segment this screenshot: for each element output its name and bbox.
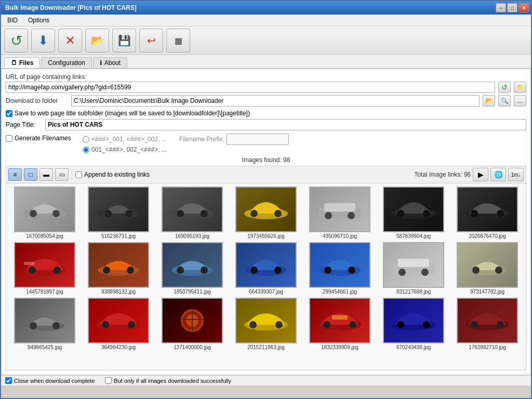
image-filename: 2015211863.jpg [247,344,285,350]
svg-point-17 [397,210,404,217]
append-checkbox-row: Append to existing links [75,171,150,178]
list-item[interactable]: 973147782.jpg [451,241,524,296]
page-title-input[interactable] [45,119,526,130]
but-only-label: But only if all images downloaded succes… [114,378,231,384]
list-item[interactable]: 1445781897.jpg [8,241,81,296]
filename-prefix-input[interactable] [227,134,289,145]
page-title-label: Page Title: [6,121,42,128]
svg-point-49 [102,321,109,328]
svg-point-24 [54,267,61,274]
view-large-button[interactable]: □ [24,168,37,181]
list-item[interactable]: 1850795411.jpg [156,241,229,296]
image-filename: 973147782.jpg [470,289,504,295]
radio-option1[interactable] [83,136,89,143]
view-medium-button[interactable]: ▬ [39,168,53,181]
close-complete-label: Close when download complete [14,378,95,384]
list-item[interactable]: 664339307.jpg [230,241,302,296]
stop-button[interactable]: ✕ [58,29,82,52]
svg-point-41 [421,269,429,276]
undo-button[interactable]: ↩ [139,29,163,52]
svg-point-66 [497,321,504,328]
image-filename: 670243436.jpg [396,344,431,350]
globe-button[interactable]: 🌐 [490,168,506,181]
maximize-button[interactable]: □ [507,3,517,12]
minimize-button[interactable]: ─ [496,3,506,12]
download-button[interactable]: ⬇ [31,29,55,52]
view-small-button[interactable]: ▭ [55,168,69,181]
image-filename: 1371400000.jpg [174,344,211,350]
download-folder-input[interactable] [71,95,480,107]
main-window: Bulk Image Downloader [Pics of HOT CARS]… [0,0,532,399]
list-item[interactable]: 435096710.jpg [303,185,376,240]
save-subfolder-label: Save to web page title subfolder (images… [15,110,250,117]
tab-files[interactable]: 🗒 Files [4,57,40,68]
url-input[interactable] [6,82,495,93]
append-checkbox[interactable] [75,171,82,178]
svg-point-14 [325,212,332,219]
svg-point-18 [423,210,430,217]
list-item[interactable]: 938898132.jpg [82,241,155,296]
svg-point-46 [30,322,37,329]
list-item[interactable]: 2026876470.jpg [451,185,524,240]
list-item[interactable]: 949865425.jpg [8,297,81,351]
svg-point-5 [125,210,132,217]
image-filename: 1850795411.jpg [174,289,211,295]
list-item[interactable]: 516236731.jpg [82,185,155,240]
image-filename: 664339307.jpg [249,289,283,295]
list-item[interactable]: 1973455626.jpg [230,185,302,240]
svg-point-23 [29,267,36,274]
image-grid-container[interactable]: 1670085054.jpg 516236731.jpg 169095193.j… [6,183,526,370]
tab-about[interactable]: ℹ About [93,57,127,68]
list-item[interactable]: 2015211863.jpg [230,297,302,351]
image-filename: 949865425.jpg [28,344,62,350]
list-item[interactable]: 299454861.jpg [303,241,376,296]
image-grid: 1670085054.jpg 516236731.jpg 169095193.j… [6,183,526,353]
list-item[interactable]: 1762882710.jpg [451,297,524,351]
download-label: Download to folder [6,97,68,104]
svg-point-7 [177,210,184,217]
image-filename: 831217688.jpg [396,289,431,295]
close-complete-checkbox[interactable] [5,377,12,384]
menu-options[interactable]: Options [24,16,54,25]
radio-option2[interactable] [83,147,89,153]
list-item[interactable]: 831217688.jpg [377,241,450,296]
svg-point-65 [471,321,478,328]
tab-configuration[interactable]: Configuration [41,57,91,68]
generate-filenames-checkbox[interactable] [6,135,12,142]
browse-folder-button[interactable]: 📂 [483,95,495,107]
svg-point-30 [177,267,184,274]
image-filename: 1973455626.jpg [247,233,285,239]
select-all-button[interactable]: ≡ [8,168,22,181]
window-title: Bulk Image Downloader [Pics of HOT CARS] [5,4,137,11]
toolbar: ↺ ⬇ ✕ 📂 💾 ↩ ▦ [1,26,531,55]
svg-rect-25 [24,262,34,265]
total-links: Total image links: 96 [414,171,471,178]
image-filename: 938898132.jpg [101,289,136,295]
list-item[interactable]: 1670085054.jpg [8,185,81,240]
folder-more-button[interactable]: … [514,95,526,107]
url-folder-button[interactable]: 📁 [514,82,526,93]
list-item[interactable]: 1371400000.jpg [156,297,229,351]
list-item[interactable]: 670243436.jpg [377,297,450,351]
save-subfolder-checkbox[interactable] [6,110,12,117]
grid-button[interactable]: ▦ [166,29,190,52]
play-button[interactable]: ▶ [473,168,488,181]
list-item[interactable]: 169095193.jpg [156,185,229,240]
go-button[interactable]: ↺ [4,29,28,52]
open-folder-button[interactable]: 📂 [85,29,109,52]
radio-option2-label: 001_<###>, 002_<###>, ... [91,146,167,153]
list-item[interactable]: 587839904.jpg [377,185,450,240]
image-filename: 1670085054.jpg [26,233,63,239]
svg-point-36 [324,267,331,274]
image-filename: 1832339909.jpg [321,344,358,350]
open-folder-btn2[interactable]: 🔍 [498,95,511,107]
url-refresh-button[interactable]: ↺ [498,82,511,93]
image-count-button[interactable]: 1m↓ [508,168,524,181]
list-item[interactable]: 364984230.jpg [82,297,155,351]
menu-bid[interactable]: BID [3,16,22,25]
but-only-checkbox[interactable] [105,377,112,384]
close-complete-row: Close when download complete [5,377,95,384]
list-item[interactable]: 1832339909.jpg [303,297,376,351]
save-button[interactable]: 💾 [112,29,136,52]
close-button[interactable]: ✕ [518,3,529,12]
